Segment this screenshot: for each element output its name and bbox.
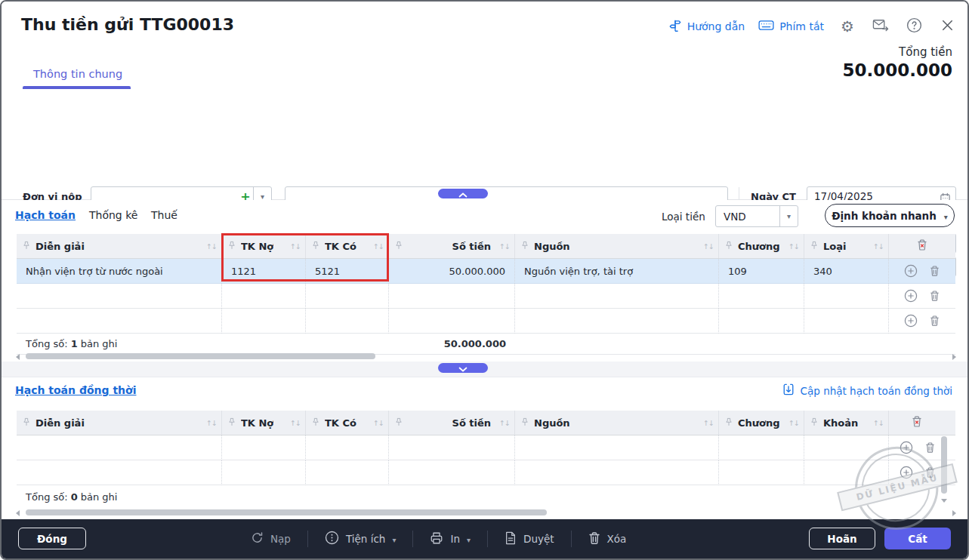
shortcuts-link-label: Phím tắt xyxy=(779,20,824,32)
col-header-chuong[interactable]: Chương xyxy=(719,234,804,258)
table-row[interactable]: Nhận viện trợ từ nước ngoài 1121 5121 50… xyxy=(17,259,955,284)
postpone-button[interactable]: Hoãn xyxy=(809,528,875,549)
accounting-table-header: Diễn giải TK Nợ TK Có Số tiền Nguồn Chươ… xyxy=(17,234,955,259)
toolbar-divider xyxy=(307,531,308,547)
collapse-form-button[interactable] xyxy=(438,189,488,198)
sort-icon xyxy=(206,242,217,251)
pin-icon[interactable] xyxy=(228,417,236,429)
delete-all-rows-button[interactable] xyxy=(889,411,955,435)
simultaneous-table-footer: Tổng số:0bản ghi xyxy=(17,485,955,508)
col-header-dien-giai[interactable]: Diễn giải xyxy=(17,234,222,258)
currency-select[interactable]: VND xyxy=(715,205,798,227)
simultaneous-section-title[interactable]: Hạch toán đồng thời xyxy=(15,384,136,396)
add-row-button[interactable] xyxy=(904,314,918,328)
col-header-tk-co[interactable]: TK Có xyxy=(306,411,389,435)
col-header-tk-co[interactable]: TK Có xyxy=(306,234,389,258)
pin-icon[interactable] xyxy=(312,241,319,252)
col-header-loai[interactable]: Loại xyxy=(804,234,889,258)
total-amount-value: 50.000.000 xyxy=(842,60,952,80)
trash-red-x-icon xyxy=(911,415,923,430)
col-header-chuong[interactable]: Chương xyxy=(719,411,804,435)
update-simultaneous-link[interactable]: Cập nhật hạch toán đồng thời xyxy=(782,383,952,398)
pin-icon[interactable] xyxy=(725,417,733,429)
scrollbar-thumb[interactable] xyxy=(26,509,547,515)
simultaneous-hscrollbar[interactable] xyxy=(17,509,955,516)
pin-icon[interactable] xyxy=(521,241,529,252)
col-header-nguon[interactable]: Nguồn xyxy=(515,234,719,258)
simultaneous-vscrollbar-thumb[interactable] xyxy=(941,436,947,494)
col-header-nguon[interactable]: Nguồn xyxy=(515,411,719,435)
sort-icon xyxy=(290,419,301,427)
chevron-down-icon xyxy=(458,361,468,375)
send-mail-button[interactable] xyxy=(871,17,890,36)
save-button[interactable]: Cất xyxy=(884,528,951,549)
guide-link[interactable]: Hướng dẫn xyxy=(668,19,745,35)
col-header-tk-no[interactable]: TK Nợ xyxy=(222,234,306,258)
table-row-empty[interactable] xyxy=(17,284,955,309)
printer-icon xyxy=(430,531,443,547)
caret-down-icon xyxy=(392,533,396,545)
utilities-button[interactable]: Tiện ích xyxy=(325,531,397,547)
approve-button[interactable]: Duyệt xyxy=(505,531,554,547)
pin-icon[interactable] xyxy=(312,417,319,429)
pin-icon[interactable] xyxy=(395,241,403,252)
scrollbar-thumb[interactable] xyxy=(26,353,375,359)
col-header-tk-no[interactable]: TK Nợ xyxy=(222,411,306,435)
close-window-button[interactable] xyxy=(937,17,957,36)
scroll-down-icon[interactable] xyxy=(941,499,947,503)
add-row-button[interactable] xyxy=(900,466,913,479)
col-header-dien-giai[interactable]: Diễn giải xyxy=(17,411,222,435)
tab-thue[interactable]: Thuế xyxy=(151,209,177,221)
sort-icon xyxy=(788,419,799,427)
simultaneous-table: Diễn giải TK Nợ TK Có Số tiền Nguồn Chươ… xyxy=(17,411,955,508)
scroll-right-icon[interactable] xyxy=(952,510,956,516)
currency-dropdown-icon xyxy=(779,206,798,226)
scroll-left-icon[interactable] xyxy=(16,354,20,360)
delete-button[interactable]: Xóa xyxy=(588,531,627,547)
pin-icon[interactable] xyxy=(521,417,529,429)
tab-thong-ke[interactable]: Thống kê xyxy=(89,209,137,221)
col-header-so-tien[interactable]: Số tiền xyxy=(389,234,515,258)
add-row-button[interactable] xyxy=(904,289,918,303)
sort-icon xyxy=(703,419,714,427)
scroll-left-icon[interactable] xyxy=(16,510,20,516)
settings-button[interactable]: ⚙ xyxy=(838,17,857,36)
shortcuts-link[interactable]: Phím tắt xyxy=(758,20,824,33)
delete-row-button[interactable] xyxy=(929,315,940,327)
toolbar-divider xyxy=(571,531,572,547)
col-header-so-tien[interactable]: Số tiền xyxy=(389,411,515,435)
scroll-right-icon[interactable] xyxy=(952,354,956,360)
delete-all-rows-button[interactable] xyxy=(889,234,955,258)
tab-hach-toan[interactable]: Hạch toán xyxy=(15,209,76,221)
table-row-empty[interactable] xyxy=(17,460,955,485)
expand-section-button[interactable] xyxy=(438,363,488,373)
delete-row-button[interactable] xyxy=(924,442,936,454)
quick-entry-button[interactable]: Định khoản nhanh xyxy=(825,204,955,227)
pin-icon[interactable] xyxy=(228,241,236,252)
pin-icon[interactable] xyxy=(810,241,818,252)
col-header-khoan[interactable]: Khoản xyxy=(804,411,889,435)
delete-row-button[interactable] xyxy=(924,466,936,478)
pin-icon[interactable] xyxy=(23,241,30,252)
tab-thong-tin-chung[interactable]: Thông tin chung xyxy=(33,68,122,80)
help-button[interactable] xyxy=(904,17,924,36)
document-icon xyxy=(505,531,517,547)
table-row-empty[interactable] xyxy=(17,309,955,334)
add-row-button[interactable] xyxy=(904,264,918,278)
pin-icon[interactable] xyxy=(725,241,733,252)
page-title: Thu tiền gửi TTG00013 xyxy=(21,15,234,34)
pin-icon[interactable] xyxy=(395,417,403,429)
close-button[interactable]: Đóng xyxy=(18,528,86,549)
reload-button[interactable]: Nạp xyxy=(251,531,291,546)
pin-icon[interactable] xyxy=(810,417,818,429)
delete-row-button[interactable] xyxy=(929,290,940,302)
add-row-button[interactable] xyxy=(900,441,913,454)
delete-row-button[interactable] xyxy=(929,265,940,277)
sort-icon xyxy=(373,242,384,251)
accounting-hscrollbar[interactable] xyxy=(17,352,955,360)
table-row-empty[interactable] xyxy=(17,435,955,460)
print-button[interactable]: In xyxy=(430,531,471,547)
gear-icon: ⚙ xyxy=(841,19,854,34)
caret-down-icon xyxy=(467,533,471,545)
pin-icon[interactable] xyxy=(23,417,30,429)
